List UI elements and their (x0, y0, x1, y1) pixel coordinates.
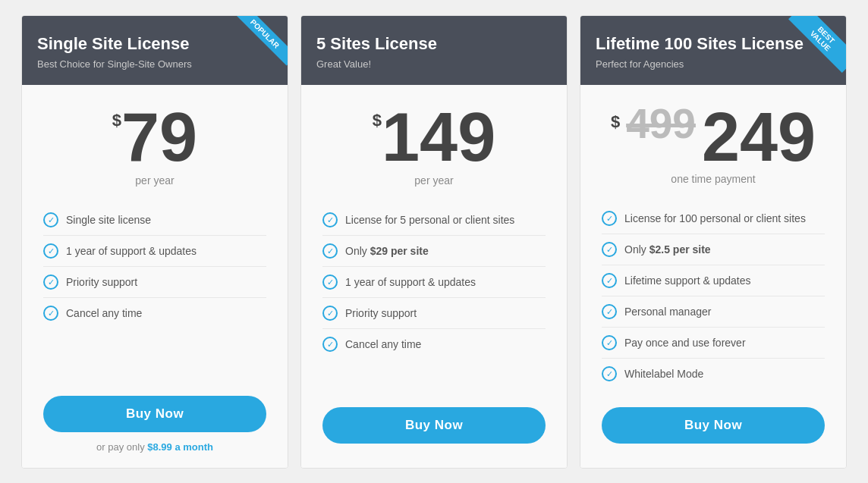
check-icon: ✓ (602, 335, 617, 350)
feature-text-single-3: Cancel any time (66, 307, 142, 319)
feature-text-lifetime-0: License for 100 personal or client sites (624, 212, 806, 224)
badge-label-lifetime: BEST VALUE (788, 16, 846, 73)
list-item: ✓Only $2.5 per site (602, 234, 825, 265)
features-list-single: ✓Single site license✓1 year of support &… (43, 205, 266, 378)
price-main-five-sites: $149 (322, 103, 546, 171)
list-item: ✓1 year of support & updates (43, 236, 266, 267)
price-new-lifetime: 249 (702, 103, 816, 171)
feature-text-five-sites-2: 1 year of support & updates (345, 276, 476, 288)
list-item: ✓Lifetime support & updates (602, 265, 825, 296)
buy-button-lifetime[interactable]: Buy Now (602, 407, 825, 444)
badge-single: POPULAR (227, 16, 288, 77)
card-header-lifetime: Lifetime 100 Sites LicensePerfect for Ag… (580, 16, 846, 85)
feature-bold: $2.5 per site (649, 243, 711, 256)
buy-button-five-sites[interactable]: Buy Now (322, 407, 546, 444)
pricing-card-lifetime: Lifetime 100 Sites LicensePerfect for Ag… (580, 15, 847, 469)
list-item: ✓Priority support (43, 267, 266, 298)
buy-button-single[interactable]: Buy Now (43, 396, 266, 432)
pricing-card-single: Single Site LicenseBest Choice for Singl… (21, 15, 288, 469)
feature-text-five-sites-1: Only $29 per site (345, 245, 429, 257)
list-item: ✓License for 5 personal or client sites (322, 205, 546, 236)
price-section-single: $79per year (43, 103, 266, 187)
pricing-container: Single Site LicenseBest Choice for Singl… (15, 15, 853, 469)
card-header-single: Single Site LicenseBest Choice for Singl… (22, 16, 288, 85)
list-item: ✓Cancel any time (322, 329, 546, 359)
feature-text-lifetime-2: Lifetime support & updates (624, 274, 751, 287)
list-item: ✓1 year of support & updates (322, 267, 546, 298)
feature-text-lifetime-3: Personal manager (624, 306, 711, 318)
price-period-five-sites: per year (322, 174, 546, 187)
price-section-five-sites: $149per year (322, 103, 546, 187)
feature-text-five-sites-4: Cancel any time (345, 338, 421, 350)
list-item: ✓Cancel any time (43, 298, 266, 328)
list-item: ✓Only $29 per site (322, 236, 546, 267)
check-icon: ✓ (322, 243, 338, 259)
pricing-card-five-sites: 5 Sites LicenseGreat Value!$149per year✓… (300, 15, 568, 469)
check-icon: ✓ (602, 211, 617, 226)
card-body-five-sites: $149per year✓License for 5 personal or c… (301, 85, 567, 468)
list-item: ✓Whitelabel Mode (602, 359, 825, 389)
feature-text-single-0: Single site license (66, 214, 151, 226)
price-section-lifetime: $499249one time payment (602, 103, 825, 185)
list-item: ✓Personal manager (602, 296, 825, 328)
card-title-five-sites: 5 Sites License (316, 34, 552, 54)
card-header-five-sites: 5 Sites LicenseGreat Value! (301, 16, 567, 85)
check-icon: ✓ (43, 243, 58, 259)
feature-text-single-1: 1 year of support & updates (66, 245, 197, 257)
price-currency-five-sites: $ (373, 112, 382, 129)
check-icon: ✓ (43, 306, 58, 321)
check-icon: ✓ (602, 366, 617, 381)
card-body-single: $79per year✓Single site license✓1 year o… (22, 85, 288, 468)
badge-label-single: POPULAR (233, 16, 288, 66)
card-subtitle-five-sites: Great Value! (316, 58, 552, 70)
features-list-lifetime: ✓License for 100 personal or client site… (602, 203, 825, 389)
price-row-lifetime: $499249 (602, 103, 825, 171)
check-icon: ✓ (43, 274, 58, 290)
price-period-single: per year (43, 174, 266, 187)
check-icon: ✓ (322, 212, 338, 227)
monthly-link-single[interactable]: $8.99 a month (147, 441, 213, 453)
price-old-lifetime: 499 (626, 103, 696, 145)
feature-text-lifetime-1: Only $2.5 per site (624, 243, 711, 256)
feature-text-five-sites-0: License for 5 personal or client sites (345, 214, 514, 226)
price-currency-single: $ (112, 112, 121, 129)
list-item: ✓License for 100 personal or client site… (602, 203, 825, 234)
features-list-five-sites: ✓License for 5 personal or client sites✓… (322, 205, 546, 389)
check-icon: ✓ (322, 337, 338, 352)
feature-text-lifetime-4: Pay once and use forever (624, 337, 746, 349)
check-icon: ✓ (322, 306, 338, 321)
feature-text-lifetime-5: Whitelabel Mode (624, 368, 703, 380)
price-amount-five-sites: 149 (382, 103, 495, 171)
list-item: ✓Pay once and use forever (602, 328, 825, 359)
list-item: ✓Priority support (322, 298, 546, 329)
check-icon: ✓ (43, 212, 58, 227)
check-icon: ✓ (602, 273, 617, 288)
feature-text-single-2: Priority support (66, 276, 137, 288)
badge-lifetime: BEST VALUE (785, 16, 846, 77)
check-icon: ✓ (322, 274, 338, 290)
monthly-note-single: or pay only $8.99 a month (43, 441, 266, 453)
card-body-lifetime: $499249one time payment✓License for 100 … (580, 85, 846, 468)
feature-text-five-sites-3: Priority support (345, 307, 417, 319)
check-icon: ✓ (602, 304, 617, 319)
price-currency-lifetime: $ (611, 112, 620, 132)
list-item: ✓Single site license (43, 205, 266, 236)
feature-bold: $29 per site (370, 245, 429, 257)
price-main-single: $79 (43, 103, 266, 171)
check-icon: ✓ (602, 242, 617, 257)
price-amount-single: 79 (121, 103, 197, 171)
